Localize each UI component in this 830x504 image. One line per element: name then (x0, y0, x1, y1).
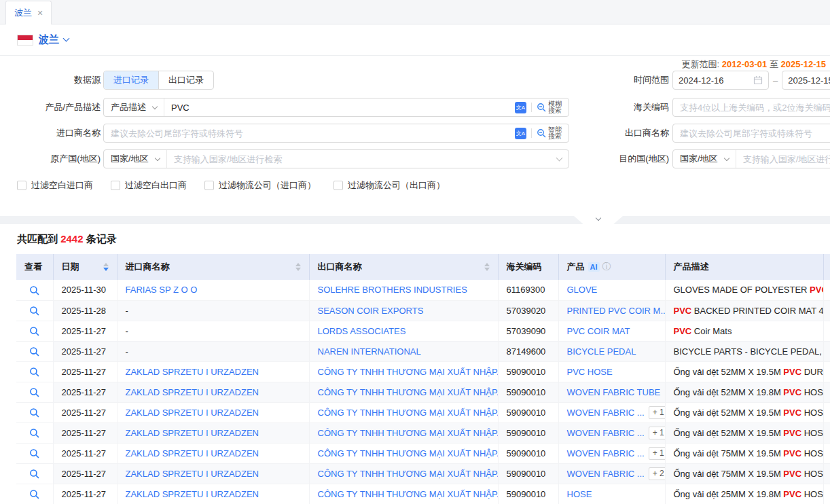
filter-checkbox-2[interactable]: 过滤物流公司（进口商） (204, 179, 316, 192)
column-header-出口商名称[interactable]: 出口商名称 (309, 254, 498, 280)
product-link[interactable]: WOVEN FABRIC ... (567, 408, 645, 418)
exporter-link[interactable]: CÔNG TY TNHH THƯƠNG MẠI XUẤT NHẬP... (318, 408, 499, 418)
data-source-option-0[interactable]: 进口记录 (104, 71, 158, 89)
exporter-link[interactable]: LORDS ASSOCIATES (318, 326, 406, 336)
product-link[interactable]: WOVEN FABRIC ... (567, 428, 645, 438)
more-products-badge[interactable]: + 1 (649, 447, 665, 460)
product-link[interactable]: PVC HOSE (567, 367, 613, 377)
view-cell[interactable] (16, 321, 53, 341)
origin-input[interactable] (167, 150, 552, 168)
importer-link[interactable]: FARIAS SP Z O O (126, 285, 198, 295)
filter-checkbox-0[interactable]: 过滤空白进口商 (17, 179, 93, 192)
product-type-select[interactable]: 产品描述 (104, 98, 164, 116)
view-cell[interactable] (16, 463, 53, 484)
more-products-badge[interactable]: + 1 (649, 406, 665, 419)
exporter-link[interactable]: CÔNG TY TNHH THƯƠNG MẠI XUẤT NHẬP... (318, 469, 499, 479)
importer-link[interactable]: ZAKLAD SPRZETU I URZADZEN (126, 469, 259, 479)
importer-link[interactable]: ZAKLAD SPRZETU I URZADZEN (126, 428, 259, 438)
view-cell[interactable] (16, 443, 53, 463)
exporter-link[interactable]: NAREN INTERNATIONAL (318, 346, 421, 357)
sort-control[interactable] (103, 263, 109, 271)
view-cell[interactable] (16, 382, 53, 402)
view-record-icon[interactable] (29, 448, 39, 458)
destination-input[interactable] (736, 150, 830, 168)
more-products-badge[interactable]: + 1 (649, 427, 665, 439)
importer-link[interactable]: ZAKLAD SPRZETU I URZADZEN (126, 387, 259, 397)
view-record-icon[interactable] (29, 367, 39, 377)
importer-link[interactable]: ZAKLAD SPRZETU I URZADZEN (126, 367, 259, 377)
translate-icon[interactable]: 文A (515, 128, 526, 139)
info-icon[interactable]: ⓘ (602, 262, 611, 272)
view-cell[interactable] (16, 361, 53, 382)
date-end-field[interactable] (782, 71, 830, 90)
checkbox-icon[interactable] (17, 181, 26, 190)
view-cell[interactable] (16, 484, 53, 504)
checkbox-icon[interactable] (333, 181, 343, 190)
importer-link[interactable]: ZAKLAD SPRZETU I URZADZEN (126, 448, 259, 458)
filter-checkbox-1[interactable]: 过滤空白出口商 (111, 179, 187, 192)
view-record-icon[interactable] (29, 285, 39, 295)
importer-link[interactable]: ZAKLAD SPRZETU I URZADZEN (126, 489, 259, 499)
tab-poland[interactable]: 波兰 × (5, 1, 52, 24)
checkbox-icon[interactable] (111, 181, 120, 190)
exporter-input[interactable] (673, 124, 830, 142)
filter-checkbox-3[interactable]: 过滤物流公司（出口商） (333, 179, 445, 192)
destination-type-select[interactable]: 国家/地区 (673, 150, 736, 168)
calendar-icon[interactable] (753, 75, 763, 85)
product-link[interactable]: PVC COIR MAT (567, 326, 630, 336)
importer-link[interactable]: ZAKLAD SPRZETU I URZADZEN (126, 408, 259, 418)
fuzzy-search-button[interactable]: 模糊搜索 (537, 101, 563, 114)
view-record-icon[interactable] (29, 489, 39, 499)
exporter-link[interactable]: CÔNG TY TNHH THƯƠNG MẠI XUẤT NHẬP... (318, 367, 499, 377)
view-record-icon[interactable] (29, 387, 39, 397)
table-row: 2025-11-30FARIAS SP Z O OSOLEHRE BROTHER… (16, 280, 830, 300)
product-link[interactable]: WOVEN FABRIC ... (567, 448, 645, 458)
view-cell[interactable] (16, 402, 53, 422)
origin-type-select[interactable]: 国家/地区 (104, 150, 167, 168)
view-cell[interactable] (16, 300, 53, 321)
view-record-icon[interactable] (29, 326, 39, 336)
column-header-日期[interactable]: 日期 (53, 254, 117, 280)
exporter-link[interactable]: SEASON COIR EXPORTS (318, 306, 424, 316)
chevron-down-icon[interactable] (556, 154, 563, 161)
column-header-进口商名称[interactable]: 进口商名称 (117, 254, 309, 280)
date-end-input[interactable] (788, 75, 830, 86)
date-start-input[interactable] (679, 75, 753, 86)
exporter-link[interactable]: CÔNG TY TNHH THƯƠNG MẠI XUẤT NHẬP... (318, 448, 499, 458)
smart-search-button[interactable]: 智能搜索 (537, 126, 563, 140)
hs-code-input[interactable] (673, 98, 830, 116)
importer-input[interactable] (104, 124, 515, 142)
product-link[interactable]: WOVEN FABRIC ... (567, 469, 645, 479)
description-cell: Ống vải dệt 25MM X 19.8M PVC HOS... (665, 484, 823, 504)
view-record-icon[interactable] (29, 346, 39, 357)
product-link[interactable]: PRINTED PVC COIR M... (567, 306, 666, 316)
sort-control[interactable] (484, 263, 490, 271)
view-record-icon[interactable] (29, 306, 39, 316)
importer-field-group: 文A 智能搜索 (103, 124, 569, 143)
table-body: 2025-11-30FARIAS SP Z O OSOLEHRE BROTHER… (16, 280, 830, 504)
country-name[interactable]: 波兰 (39, 33, 59, 46)
view-record-icon[interactable] (29, 469, 39, 479)
chevron-down-icon[interactable] (63, 35, 70, 42)
view-record-icon[interactable] (29, 428, 39, 438)
exporter-link[interactable]: CÔNG TY TNHH THƯƠNG MẠI XUẤT NHẬP... (318, 489, 499, 499)
view-record-icon[interactable] (29, 408, 39, 418)
data-source-option-1[interactable]: 出口记录 (158, 71, 213, 89)
close-icon[interactable]: × (37, 8, 43, 18)
view-cell[interactable] (16, 341, 53, 361)
exporter-link[interactable]: CÔNG TY TNHH THƯƠNG MẠI XUẤT NHẬP... (318, 387, 499, 397)
product-link[interactable]: GLOVE (567, 285, 598, 295)
view-cell[interactable] (16, 422, 53, 443)
exporter-link[interactable]: SOLEHRE BROTHERS INDUSTRIES (318, 285, 467, 295)
date-start-field[interactable] (672, 71, 769, 90)
checkbox-icon[interactable] (204, 181, 214, 190)
sort-control[interactable] (295, 263, 301, 271)
translate-icon[interactable]: 文A (515, 102, 526, 113)
product-search-input[interactable] (164, 98, 515, 116)
product-link[interactable]: BICYCLE PEDAL (567, 346, 636, 357)
more-products-badge[interactable]: + 2 (649, 467, 665, 480)
exporter-link[interactable]: CÔNG TY TNHH THƯƠNG MẠI XUẤT NHẬP... (318, 428, 499, 438)
view-cell[interactable] (16, 280, 53, 300)
product-link[interactable]: HOSE (567, 489, 592, 499)
product-link[interactable]: WOVEN FABRIC TUBE (567, 387, 661, 397)
